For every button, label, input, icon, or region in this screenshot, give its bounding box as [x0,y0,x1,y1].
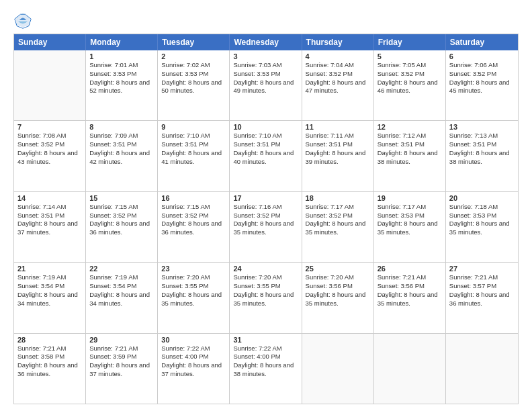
day-number: 6 [449,52,515,60]
day-number: 18 [306,194,370,202]
sunrise-text: Sunrise: 7:19 AM [17,273,82,282]
day-number: 30 [161,336,226,344]
sunset-text: Sunset: 3:51 PM [378,140,442,149]
sunset-text: Sunset: 3:56 PM [306,282,370,291]
calendar-page: SundayMondayTuesdayWednesdayThursdayFrid… [0,0,532,411]
day-number: 19 [378,194,442,202]
day-number: 12 [378,123,442,131]
cal-cell: 11Sunrise: 7:11 AMSunset: 3:51 PMDayligh… [302,121,374,191]
sunset-text: Sunset: 3:51 PM [449,140,515,149]
cal-cell: 27Sunrise: 7:21 AMSunset: 3:57 PMDayligh… [446,263,518,332]
header-cell-friday: Friday [374,34,446,50]
calendar-header-row: SundayMondayTuesdayWednesdayThursdayFrid… [14,34,518,50]
sunset-text: Sunset: 3:53 PM [161,70,226,79]
sunrise-text: Sunrise: 7:21 AM [89,345,154,353]
cal-cell: 10Sunrise: 7:10 AMSunset: 3:51 PMDayligh… [230,121,302,191]
sunset-text: Sunset: 3:52 PM [17,140,82,149]
cal-cell: 15Sunrise: 7:15 AMSunset: 3:52 PMDayligh… [86,192,158,262]
daylight-text: Daylight: 8 hours and 35 minutes. [233,291,298,308]
sunset-text: Sunset: 3:55 PM [233,282,298,291]
cal-cell: 26Sunrise: 7:21 AMSunset: 3:56 PMDayligh… [374,263,446,332]
cal-cell: 1Sunrise: 7:01 AMSunset: 3:53 PMDaylight… [86,50,158,120]
day-number: 24 [233,265,298,273]
day-number: 14 [17,194,82,202]
sunset-text: Sunset: 3:55 PM [161,282,226,291]
sunset-text: Sunset: 3:53 PM [89,70,154,79]
sunset-text: Sunset: 3:54 PM [89,282,154,291]
daylight-text: Daylight: 8 hours and 36 minutes. [449,291,515,308]
cal-cell: 5Sunrise: 7:05 AMSunset: 3:52 PMDaylight… [374,50,446,120]
sunrise-text: Sunrise: 7:11 AM [306,132,370,140]
sunset-text: Sunset: 3:52 PM [89,212,154,220]
cal-cell: 30Sunrise: 7:22 AMSunset: 4:00 PMDayligh… [158,334,230,404]
sunset-text: Sunset: 3:57 PM [449,282,515,291]
cal-cell: 24Sunrise: 7:20 AMSunset: 3:55 PMDayligh… [230,263,302,332]
daylight-text: Daylight: 8 hours and 41 minutes. [161,149,226,167]
sunrise-text: Sunrise: 7:17 AM [378,203,442,212]
sunset-text: Sunset: 3:51 PM [161,140,226,149]
sunrise-text: Sunrise: 7:15 AM [89,203,154,212]
day-number: 23 [161,265,226,273]
sunset-text: Sunset: 3:51 PM [17,212,82,220]
daylight-text: Daylight: 8 hours and 35 minutes. [161,291,226,308]
daylight-text: Daylight: 8 hours and 38 minutes. [449,149,515,167]
daylight-text: Daylight: 8 hours and 35 minutes. [233,220,298,237]
daylight-text: Daylight: 8 hours and 43 minutes. [17,149,82,167]
day-number: 28 [17,336,82,344]
sunrise-text: Sunrise: 7:10 AM [233,132,298,140]
header-cell-monday: Monday [86,34,158,50]
sunset-text: Sunset: 3:51 PM [89,140,154,149]
sunrise-text: Sunrise: 7:22 AM [161,345,226,353]
daylight-text: Daylight: 8 hours and 35 minutes. [306,291,370,308]
day-number: 10 [233,123,298,131]
cal-cell [446,334,518,404]
cal-cell: 29Sunrise: 7:21 AMSunset: 3:59 PMDayligh… [86,334,158,404]
cal-cell: 31Sunrise: 7:22 AMSunset: 4:00 PMDayligh… [230,334,302,404]
cal-cell: 8Sunrise: 7:09 AMSunset: 3:51 PMDaylight… [86,121,158,191]
cal-cell: 12Sunrise: 7:12 AMSunset: 3:51 PMDayligh… [374,121,446,191]
cal-cell [374,334,446,404]
sunset-text: Sunset: 3:59 PM [89,353,154,361]
day-number: 13 [449,123,515,131]
cal-cell: 14Sunrise: 7:14 AMSunset: 3:51 PMDayligh… [14,192,86,262]
sunrise-text: Sunrise: 7:17 AM [306,203,370,212]
sunset-text: Sunset: 3:53 PM [233,70,298,79]
cal-cell: 18Sunrise: 7:17 AMSunset: 3:52 PMDayligh… [302,192,374,262]
sunrise-text: Sunrise: 7:18 AM [449,203,515,212]
daylight-text: Daylight: 8 hours and 35 minutes. [378,220,442,237]
cal-cell: 28Sunrise: 7:21 AMSunset: 3:58 PMDayligh… [14,334,86,404]
day-number: 8 [89,123,154,131]
sunset-text: Sunset: 3:54 PM [17,282,82,291]
cal-cell: 6Sunrise: 7:06 AMSunset: 3:52 PMDaylight… [446,50,518,120]
day-number: 11 [306,123,370,131]
cal-cell: 20Sunrise: 7:18 AMSunset: 3:53 PMDayligh… [446,192,518,262]
sunrise-text: Sunrise: 7:21 AM [17,345,82,353]
cal-cell: 17Sunrise: 7:16 AMSunset: 3:52 PMDayligh… [230,192,302,262]
sunset-text: Sunset: 3:52 PM [449,70,515,79]
week-row-4: 21Sunrise: 7:19 AMSunset: 3:54 PMDayligh… [14,263,518,333]
cal-cell: 21Sunrise: 7:19 AMSunset: 3:54 PMDayligh… [14,263,86,332]
day-number: 21 [17,265,82,273]
daylight-text: Daylight: 8 hours and 36 minutes. [161,220,226,237]
daylight-text: Daylight: 8 hours and 40 minutes. [233,149,298,167]
cal-cell: 25Sunrise: 7:20 AMSunset: 3:56 PMDayligh… [302,263,374,332]
cal-cell: 3Sunrise: 7:03 AMSunset: 3:53 PMDaylight… [230,50,302,120]
week-row-2: 7Sunrise: 7:08 AMSunset: 3:52 PMDaylight… [14,121,518,191]
sunrise-text: Sunrise: 7:22 AM [233,345,298,353]
day-number: 4 [306,52,370,60]
sunrise-text: Sunrise: 7:08 AM [17,132,82,140]
day-number: 17 [233,194,298,202]
sunrise-text: Sunrise: 7:10 AM [161,132,226,140]
daylight-text: Daylight: 8 hours and 35 minutes. [306,220,370,237]
daylight-text: Daylight: 8 hours and 38 minutes. [378,149,442,167]
header-cell-sunday: Sunday [14,34,86,50]
sunrise-text: Sunrise: 7:02 AM [161,61,226,70]
sunrise-text: Sunrise: 7:04 AM [306,61,370,70]
daylight-text: Daylight: 8 hours and 39 minutes. [306,149,370,167]
daylight-text: Daylight: 8 hours and 47 minutes. [306,79,370,96]
sunrise-text: Sunrise: 7:03 AM [233,61,298,70]
cal-cell: 9Sunrise: 7:10 AMSunset: 3:51 PMDaylight… [158,121,230,191]
sunrise-text: Sunrise: 7:21 AM [449,273,515,282]
sunset-text: Sunset: 4:00 PM [161,353,226,361]
daylight-text: Daylight: 8 hours and 36 minutes. [89,220,154,237]
